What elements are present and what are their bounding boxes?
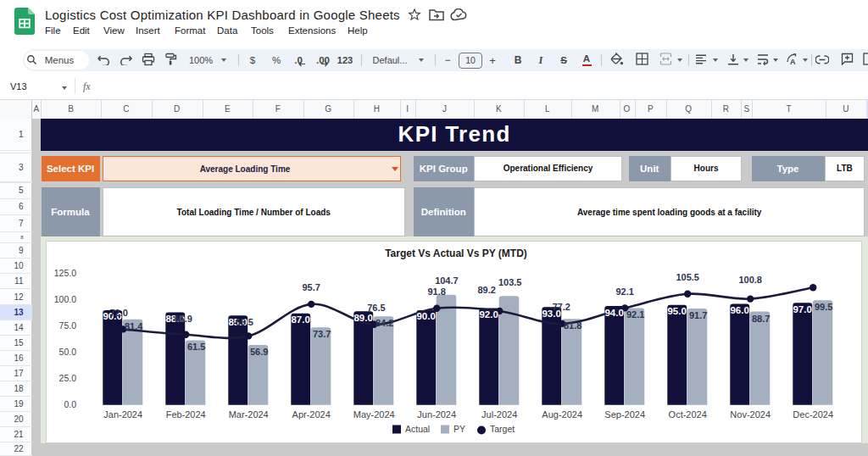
svg-text:Jan-2024: Jan-2024 <box>103 409 142 419</box>
svg-text:90.0: 90.0 <box>416 311 435 321</box>
svg-text:Jun-2024: Jun-2024 <box>417 409 456 419</box>
svg-text:103.5: 103.5 <box>498 276 522 286</box>
svg-text:92.1: 92.1 <box>616 286 634 296</box>
svg-text:99.5: 99.5 <box>815 302 832 312</box>
svg-text:Sep-2024: Sep-2024 <box>604 409 645 419</box>
svg-text:95.0: 95.0 <box>667 306 686 316</box>
svg-text:88.7: 88.7 <box>752 313 770 323</box>
svg-text:56.9: 56.9 <box>250 347 268 357</box>
svg-text:105.5: 105.5 <box>676 272 699 282</box>
svg-text:81.8: 81.8 <box>564 320 581 331</box>
svg-text:87.0: 87.0 <box>291 314 309 325</box>
svg-text:Target Vs Actual Vs PY (MTD): Target Vs Actual Vs PY (MTD) <box>385 247 527 259</box>
svg-text:125.0: 125.0 <box>54 269 76 278</box>
svg-text:Nov-2024: Nov-2024 <box>730 409 771 419</box>
svg-text:Mar-2024: Mar-2024 <box>229 409 269 419</box>
svg-text:50.0: 50.0 <box>59 348 77 357</box>
svg-text:77.2: 77.2 <box>553 302 570 312</box>
svg-text:73.7: 73.7 <box>313 329 331 339</box>
svg-text:0.0: 0.0 <box>64 400 76 409</box>
svg-text:92.0: 92.0 <box>479 309 498 319</box>
svg-text:25.0: 25.0 <box>59 374 77 383</box>
svg-text:104.7: 104.7 <box>435 275 459 286</box>
svg-text:May-2024: May-2024 <box>353 409 395 419</box>
svg-text:96.0: 96.0 <box>730 305 748 315</box>
svg-text:72.0: 72.0 <box>110 307 128 317</box>
svg-text:Actual: Actual <box>405 425 430 434</box>
svg-text:61.5: 61.5 <box>187 342 205 352</box>
svg-text:84.2: 84.2 <box>376 318 393 328</box>
svg-text:Apr-2024: Apr-2024 <box>292 409 331 419</box>
svg-text:89.2: 89.2 <box>478 285 496 295</box>
svg-text:95.7: 95.7 <box>303 282 320 292</box>
svg-text:89.0: 89.0 <box>353 312 372 322</box>
svg-text:Feb-2024: Feb-2024 <box>166 409 206 419</box>
svg-text:65.5: 65.5 <box>236 316 253 326</box>
svg-text:92.1: 92.1 <box>626 309 644 320</box>
svg-text:PY: PY <box>453 425 465 434</box>
svg-text:97.0: 97.0 <box>793 303 811 314</box>
svg-text:75.0: 75.0 <box>59 321 77 331</box>
svg-text:Jul-2024: Jul-2024 <box>481 409 517 419</box>
svg-text:Dec-2024: Dec-2024 <box>793 409 833 419</box>
svg-text:Target: Target <box>490 425 515 434</box>
svg-text:100.0: 100.0 <box>54 295 76 304</box>
svg-text:91.8: 91.8 <box>428 286 446 297</box>
svg-text:Oct-2024: Oct-2024 <box>669 409 707 419</box>
svg-text:81.4: 81.4 <box>125 320 143 331</box>
svg-text:100.8: 100.8 <box>738 274 762 284</box>
svg-text:94.0: 94.0 <box>604 307 623 317</box>
svg-text:Aug-2024: Aug-2024 <box>542 409 582 419</box>
svg-text:76.5: 76.5 <box>367 303 385 313</box>
svg-text:91.7: 91.7 <box>689 309 707 320</box>
svg-text:66.9: 66.9 <box>175 314 192 324</box>
svg-text:A: A <box>790 58 796 65</box>
